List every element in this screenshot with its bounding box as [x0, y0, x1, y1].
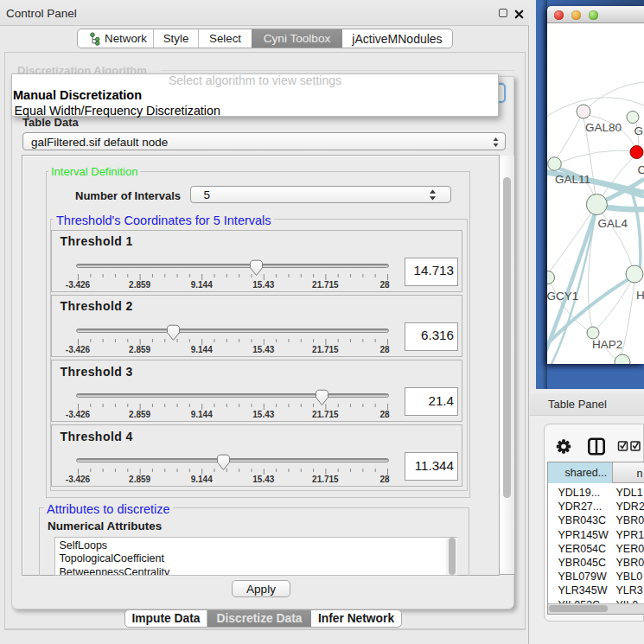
svg-text:GAL80: GAL80: [585, 121, 622, 134]
svg-text:GAL4: GAL4: [598, 217, 628, 230]
svg-text:GAL11: GAL11: [555, 173, 590, 186]
svg-text:HAP2: HAP2: [592, 338, 622, 351]
svg-text:G.: G.: [634, 124, 644, 137]
svg-text:H: H: [636, 289, 644, 302]
svg-text:C: C: [638, 163, 644, 176]
svg-text:GCY1: GCY1: [547, 290, 578, 303]
